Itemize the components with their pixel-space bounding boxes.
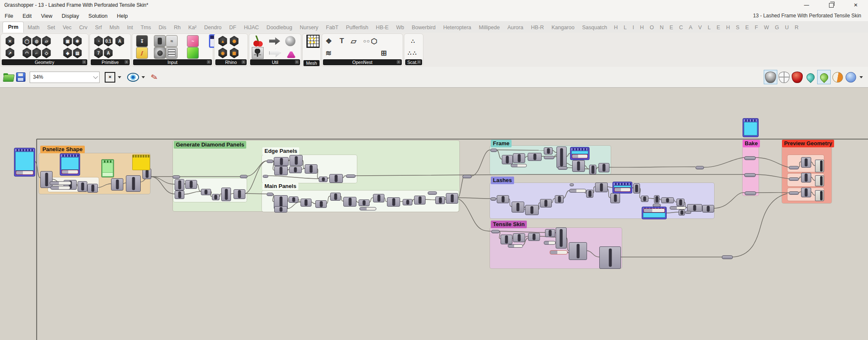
box-icon[interactable]: ▣: [63, 36, 72, 47]
tab-pufferfish[interactable]: Pufferfish: [342, 23, 372, 33]
sphere-orange-icon[interactable]: [831, 70, 844, 84]
gh-param-pill[interactable]: [490, 197, 496, 201]
tab-crv[interactable]: Crv: [75, 23, 91, 33]
gh-param-pill[interactable]: [789, 166, 799, 169]
tab-a[interactable]: A: [686, 23, 695, 33]
tab-w[interactable]: W: [761, 23, 772, 33]
gh-param-pill[interactable]: [267, 193, 273, 196]
gh-component[interactable]: [359, 199, 370, 206]
preview-eye-icon[interactable]: [127, 73, 139, 82]
tab-wb[interactable]: Wb: [392, 23, 408, 33]
gh-component[interactable]: [512, 202, 524, 213]
tab-kangaroo[interactable]: Kangaroo: [548, 23, 578, 33]
gh-param-pill[interactable]: [267, 160, 273, 163]
gh-component[interactable]: [676, 199, 684, 206]
menu-view[interactable]: View: [36, 11, 57, 21]
gh-component[interactable]: [556, 147, 567, 168]
gh-param-pill[interactable]: [653, 204, 661, 207]
menu-file[interactable]: File: [0, 11, 18, 21]
gh-panel[interactable]: [60, 154, 80, 175]
gh-component[interactable]: [201, 189, 211, 195]
honeycomb-icon[interactable]: ⬣: [229, 36, 239, 47]
gh-slider[interactable]: [550, 250, 568, 254]
gh-param-pill[interactable]: [722, 255, 733, 259]
cherries-icon[interactable]: [253, 36, 264, 47]
gh-component[interactable]: [528, 153, 542, 161]
tab-f[interactable]: F: [752, 23, 761, 33]
gh-panel[interactable]: [613, 182, 632, 193]
gh-component[interactable]: [274, 206, 287, 213]
panel-expand-icon[interactable]: +: [207, 60, 211, 64]
restore-button[interactable]: [819, 0, 843, 10]
gh-component[interactable]: [111, 178, 123, 191]
open-file-icon[interactable]: [3, 73, 14, 81]
panel-expand-icon[interactable]: +: [295, 60, 299, 64]
gh-component[interactable]: [572, 160, 585, 172]
gh-component[interactable]: [513, 233, 525, 242]
tab-o[interactable]: O: [647, 23, 657, 33]
gh-component[interactable]: [654, 195, 659, 203]
gh-component[interactable]: [589, 165, 596, 174]
gh-param-pill[interactable]: [263, 175, 268, 178]
label-tag-icon[interactable]: T: [339, 37, 344, 45]
gh-component[interactable]: [373, 194, 384, 202]
polygon-icon[interactable]: ⬡: [371, 37, 377, 46]
gh-slider[interactable]: [50, 181, 71, 185]
boolean-toggle-icon[interactable]: [154, 35, 166, 47]
spiral-icon[interactable]: ◎: [32, 36, 42, 47]
gh-component[interactable]: [501, 235, 512, 244]
gh-param-pill[interactable]: [744, 173, 756, 177]
gh-component[interactable]: [319, 177, 328, 182]
gh-component[interactable]: [801, 173, 811, 182]
gh-panel-green[interactable]: [102, 160, 114, 177]
snowflake-icon[interactable]: ❋: [72, 36, 82, 47]
pin-teal-icon[interactable]: [804, 70, 817, 84]
pin-green-icon[interactable]: [817, 70, 831, 84]
point-icon[interactable]: ✕: [5, 36, 15, 47]
gh-component[interactable]: [545, 229, 555, 237]
pin-ball-icon[interactable]: [285, 36, 295, 46]
tab-n[interactable]: N: [657, 23, 667, 33]
tab-dis[interactable]: Dis: [155, 23, 170, 33]
gh-panel[interactable]: [14, 148, 35, 176]
data-chart-icon[interactable]: ≈: [166, 35, 178, 47]
vector-icon[interactable]: ↗: [5, 48, 15, 58]
gh-component[interactable]: [641, 196, 648, 202]
gh-slider[interactable]: [50, 186, 70, 190]
gh-component[interactable]: [274, 157, 289, 166]
gh-component[interactable]: [87, 184, 98, 193]
gh-param-pill[interactable]: [172, 175, 180, 179]
gh-param-pill[interactable]: [558, 166, 568, 170]
preview-caret-icon[interactable]: [142, 76, 145, 78]
menu-solution[interactable]: Solution: [84, 11, 112, 21]
nest-parts-icon[interactable]: ❖: [326, 37, 332, 46]
tab-int[interactable]: Int: [123, 23, 137, 33]
zoom-extents-caret-icon[interactable]: [118, 76, 121, 78]
tree-icon[interactable]: [252, 47, 264, 59]
sphere-blue-icon[interactable]: [844, 70, 857, 84]
gh-component[interactable]: [555, 195, 564, 203]
paws-icon[interactable]: ∴ ∴: [408, 50, 416, 56]
gh-component[interactable]: [305, 164, 317, 174]
number-icon[interactable]: 0.1: [103, 36, 113, 47]
gh-component[interactable]: [528, 233, 540, 241]
gh-slider[interactable]: [359, 207, 376, 210]
tab-h[interactable]: H: [611, 23, 621, 33]
gh-component[interactable]: [78, 181, 87, 192]
gh-component[interactable]: [175, 179, 184, 191]
tab-set[interactable]: Set: [43, 23, 59, 33]
tab-g[interactable]: G: [772, 23, 782, 33]
gh-component[interactable]: [175, 191, 184, 199]
gh-panel[interactable]: [743, 119, 758, 137]
text-icon[interactable]: A: [115, 36, 125, 47]
gh-component[interactable]: [679, 210, 685, 216]
sketch-icon[interactable]: ʃ: [136, 47, 148, 59]
tab-doodlebug[interactable]: Doodlebug: [263, 23, 296, 33]
tab-math[interactable]: Math: [24, 23, 43, 33]
tab-bowerbird[interactable]: Bowerbird: [408, 23, 439, 33]
tab-rh[interactable]: Rh: [170, 23, 184, 33]
zoom-dropdown[interactable]: 34%: [30, 72, 100, 83]
tab-msh[interactable]: Msh: [106, 23, 123, 33]
sheet-icon[interactable]: ▱: [351, 37, 356, 46]
tab-hb-r[interactable]: HB-R: [527, 23, 548, 33]
